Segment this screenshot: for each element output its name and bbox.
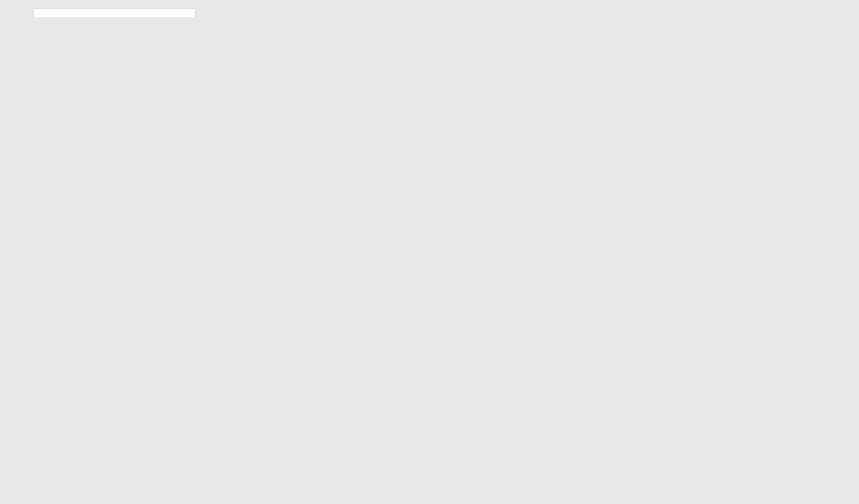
- page-status-report: PROJECT STATUS REPORT TEMPLATE PROJECT N…: [34, 9, 195, 17]
